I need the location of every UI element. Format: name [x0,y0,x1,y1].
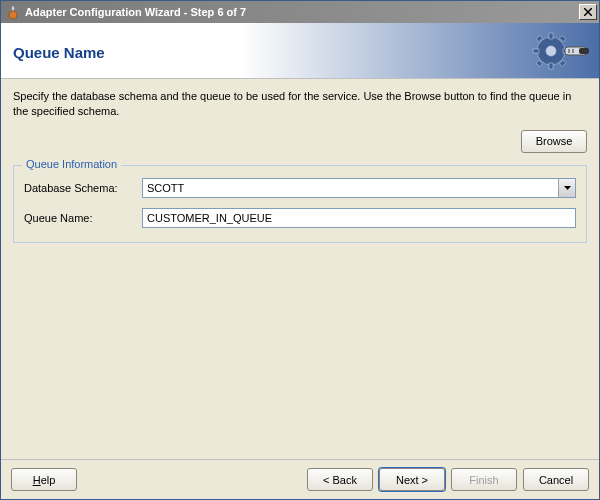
svg-point-0 [9,11,17,19]
next-button[interactable]: Next > [379,468,445,491]
gear-icon [527,25,591,77]
svg-rect-3 [549,63,553,69]
titlebar: Adapter Configuration Wizard - Step 6 of… [1,1,599,23]
queue-name-label: Queue Name: [24,212,142,224]
schema-label: Database Schema: [24,182,142,194]
queue-name-input[interactable] [142,208,576,228]
content-area: Specify the database schema and the queu… [1,79,599,459]
cancel-button[interactable]: Cancel [523,468,589,491]
help-label-rest: elp [41,474,56,486]
browse-row: Browse [13,130,587,153]
wizard-window: Adapter Configuration Wizard - Step 6 of… [0,0,600,500]
window-title: Adapter Configuration Wizard - Step 6 of… [25,6,577,18]
svg-rect-4 [533,49,539,53]
svg-rect-13 [568,49,570,53]
queue-information-group: Queue Information Database Schema: SCOTT… [13,165,587,243]
chevron-down-icon[interactable] [558,179,575,197]
help-button[interactable]: Help [11,468,77,491]
footer: Help < Back Next > Finish Cancel [1,459,599,499]
back-button[interactable]: < Back [307,468,373,491]
finish-button[interactable]: Finish [451,468,517,491]
close-button[interactable] [579,4,597,20]
page-title: Queue Name [1,40,105,61]
svg-rect-12 [579,48,589,54]
schema-value: SCOTT [143,182,558,194]
group-legend: Queue Information [22,158,121,170]
instructions-text: Specify the database schema and the queu… [13,89,587,120]
queue-name-row: Queue Name: [24,208,576,228]
banner: Queue Name [1,23,599,79]
svg-rect-14 [572,49,574,53]
schema-row: Database Schema: SCOTT [24,178,576,198]
svg-rect-2 [549,33,553,39]
svg-point-10 [546,46,556,56]
browse-button[interactable]: Browse [521,130,587,153]
app-icon [5,4,21,20]
schema-combobox[interactable]: SCOTT [142,178,576,198]
